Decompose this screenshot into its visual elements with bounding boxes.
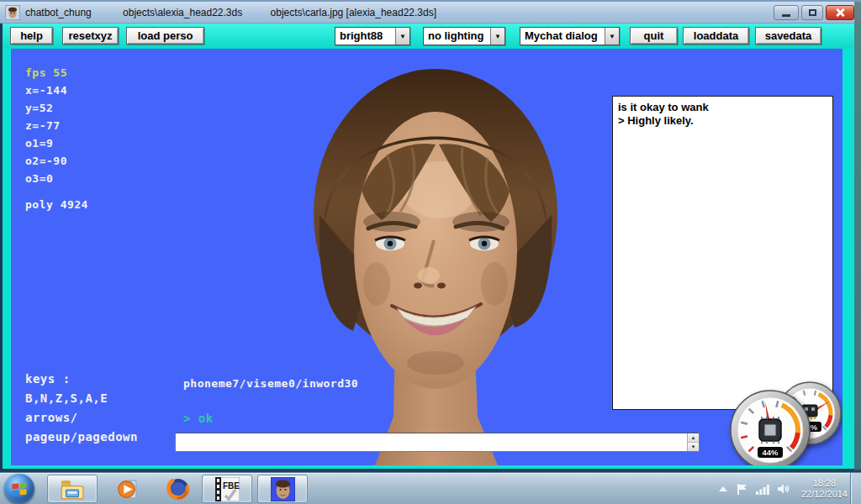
loaddata-button[interactable]: loaddata xyxy=(683,27,749,45)
o2-readout: o2=-90 xyxy=(25,152,88,170)
keys-line: pageup/pagedown xyxy=(25,428,138,447)
chat-history-panel: is it okay to wank > Highly likely. xyxy=(612,96,833,410)
y-readout: y=52 xyxy=(25,99,88,117)
tray-time: 18:28 xyxy=(801,478,848,489)
input-spinner: ▲ ▼ xyxy=(687,433,699,451)
quit-button[interactable]: quit xyxy=(630,27,678,45)
chevron-up-icon[interactable] xyxy=(718,485,728,493)
close-icon xyxy=(835,8,845,18)
taskbar-button-media-player[interactable] xyxy=(108,475,148,503)
minimize-button[interactable] xyxy=(774,5,799,20)
z-readout: z=-77 xyxy=(25,117,88,134)
taskbar-button-firefox[interactable] xyxy=(158,475,198,503)
taskbar-button-chatbot[interactable] xyxy=(257,475,308,503)
lighting-dropdown[interactable]: no lighting ▼ xyxy=(423,27,505,45)
load-perso-button[interactable]: load perso xyxy=(126,27,204,45)
clock[interactable]: 18:28 22/12/2014 xyxy=(801,478,848,500)
media-player-icon xyxy=(117,478,140,501)
chevron-down-icon[interactable]: ▼ xyxy=(395,28,409,45)
poly-readout: poly 4924 xyxy=(25,196,88,213)
cpu-gauge: 44% xyxy=(728,388,812,465)
titlebar[interactable]: chatbot_chung objects\alexia_head22.3ds … xyxy=(0,2,861,24)
taskbar-button-fbe[interactable]: FBE xyxy=(202,475,252,503)
taskbar-button-explorer[interactable] xyxy=(47,475,98,503)
taskbar: FBE xyxy=(0,472,861,504)
caption-buttons xyxy=(774,5,854,20)
network-icon[interactable] xyxy=(756,484,769,495)
x-readout: x=-144 xyxy=(25,81,88,99)
chat-input-row: ▲ ▼ xyxy=(175,433,700,452)
firefox-icon xyxy=(166,477,190,501)
app-window: chatbot_chung objects\alexia_head22.3ds … xyxy=(0,0,861,469)
start-button[interactable] xyxy=(4,474,34,504)
close-button[interactable] xyxy=(826,5,854,20)
title-texture-file: objects\carla.jpg [alexia_head22.3ds] xyxy=(271,7,436,18)
windows-flag-icon xyxy=(11,480,28,497)
lighting-value: no lighting xyxy=(424,28,490,45)
tray-date: 22/12/2014 xyxy=(801,489,848,500)
brightness-dropdown[interactable]: bright88 ▼ xyxy=(335,27,410,45)
cpu-percent-label: 44% xyxy=(762,448,779,457)
face-app-icon xyxy=(271,477,295,501)
toolbar: help resetxyz load perso bright88 ▼ no l… xyxy=(0,24,854,49)
folder-icon xyxy=(60,478,85,500)
fbe-label: FBE xyxy=(223,481,240,491)
app-icon xyxy=(5,5,20,20)
spinner-down-icon[interactable]: ▼ xyxy=(688,442,699,451)
hud-readout: fps 55 x=-144 y=52 z=-77 o1=9 o2=-90 o3=… xyxy=(25,64,88,213)
maximize-icon xyxy=(809,9,816,16)
keys-help: keys : B,N,Z,S,A,E arrows/ pageup/pagedo… xyxy=(25,370,138,447)
fbe-icon: FBE xyxy=(215,477,240,501)
flag-icon[interactable] xyxy=(736,483,748,496)
keys-line: B,N,Z,S,A,E xyxy=(25,389,138,408)
chat-prompt-echo: > ok xyxy=(183,412,214,425)
window-title: chatbot_chung objects\alexia_head22.3ds … xyxy=(25,7,436,18)
system-tray: 18:28 22/12/2014 xyxy=(718,473,848,504)
speaker-icon[interactable] xyxy=(777,483,790,495)
fps-readout: fps 55 xyxy=(25,64,88,81)
avatar-head-3d[interactable] xyxy=(294,64,567,465)
dialog-value: Mychat dialog xyxy=(520,28,605,45)
help-button[interactable]: help xyxy=(10,27,53,45)
keys-line: keys : xyxy=(25,370,138,389)
chevron-down-icon[interactable]: ▼ xyxy=(605,28,619,45)
chat-bot-line: > Highly likely. xyxy=(618,114,827,128)
keys-line: arrows/ xyxy=(25,408,138,428)
chat-user-line: is it okay to wank xyxy=(618,101,827,114)
maximize-button[interactable] xyxy=(801,5,823,20)
render-viewport[interactable]: fps 55 x=-144 y=52 z=-77 o1=9 o2=-90 o3=… xyxy=(11,49,843,465)
title-model-file: objects\alexia_head22.3ds xyxy=(123,7,242,18)
o3-readout: o3=0 xyxy=(25,170,88,187)
dialog-dropdown[interactable]: Mychat dialog ▼ xyxy=(520,27,620,45)
savedata-button[interactable]: savedata xyxy=(755,27,821,45)
title-app-name: chatbot_chung xyxy=(25,7,92,18)
show-desktop-button[interactable] xyxy=(850,473,861,504)
screen: chatbot_chung objects\alexia_head22.3ds … xyxy=(0,0,861,504)
chevron-down-icon[interactable]: ▼ xyxy=(490,28,504,45)
o1-readout: o1=9 xyxy=(25,134,88,152)
window-left-edge xyxy=(0,24,3,470)
minimize-icon xyxy=(782,14,790,17)
brightness-value: bright88 xyxy=(335,28,395,45)
window-right-edge xyxy=(854,2,861,470)
chat-input[interactable] xyxy=(176,433,687,451)
spinner-up-icon[interactable]: ▲ xyxy=(688,433,699,442)
resetxyz-button[interactable]: resetxyz xyxy=(62,27,119,45)
